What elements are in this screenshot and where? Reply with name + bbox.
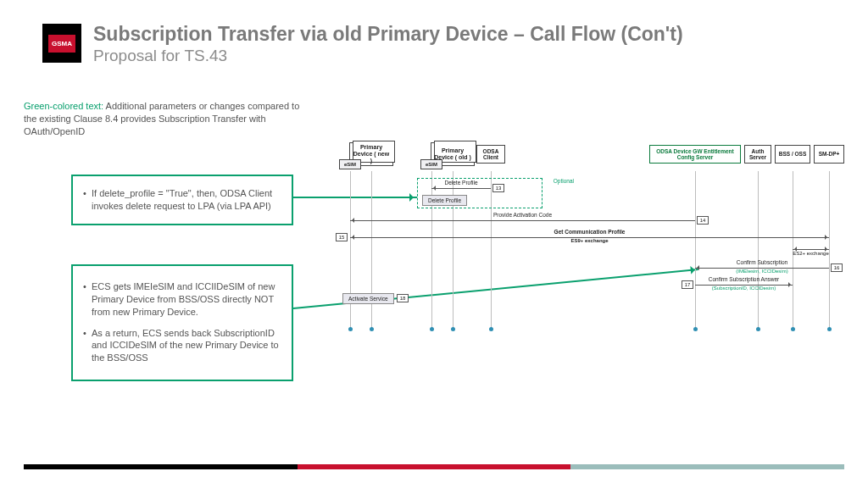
msg-18-num: 18 — [397, 294, 409, 302]
page-title: Subscription Transfer via old Primary De… — [93, 24, 834, 45]
msg-17-sub: (SubscriptionID, ICCIDesim) — [695, 286, 793, 291]
msg-16-label: Confirm Subscription — [695, 259, 829, 265]
page-subtitle: Proposal for TS.43 — [93, 47, 834, 65]
footer-bar-black — [24, 464, 298, 469]
lifeline-new-esim — [350, 171, 351, 329]
optional-label: Optional — [554, 178, 574, 184]
titles: Subscription Transfer via old Primary De… — [93, 24, 834, 65]
msg-es2plus-label: ES2+ exchange — [793, 251, 829, 256]
msg-14: Provide Activation Code — [350, 220, 695, 221]
callout-delete-profile: If delete_profile = "True", then, ODSA C… — [71, 175, 293, 225]
action-activate-service: Activate Service — [342, 293, 394, 304]
msg-13-label: Delete Profile — [431, 180, 491, 186]
lifeline-new-device — [371, 171, 372, 329]
footer-color-bar — [24, 464, 844, 469]
callout2-item-1: As a return, ECS sends back Subscription… — [83, 327, 281, 365]
msg-16-sub: (IMEIesim, ICCIDesim) — [695, 269, 829, 274]
footer-bar-teal — [570, 464, 844, 469]
msg-17-num: 17 — [682, 280, 693, 289]
msg-15-sub: ES9+ exchange — [350, 238, 829, 243]
msg-es2plus: ES2+ exchange — [793, 249, 829, 250]
msg-13: Delete Profile — [431, 188, 491, 189]
callout-ecs-details: ECS gets IMEIeSIM and ICCIIDeSIM of new … — [71, 264, 293, 381]
participant-sm-dp: SM-DP+ — [814, 145, 844, 164]
callout2-item-0: ECS gets IMEIeSIM and ICCIIDeSIM of new … — [83, 280, 281, 319]
msg-15-label: Get Communication Profile — [350, 229, 829, 235]
action-delete-profile: Delete Profile — [422, 195, 467, 206]
gsma-logo: GSMA — [42, 24, 81, 63]
msg-15-num: 15 — [336, 233, 348, 241]
msg-17-label: Confirm Subscription Answer — [695, 276, 793, 282]
esim-new: eSIM — [339, 159, 361, 169]
msg-17: Confirm Subscription Answer (Subscriptio… — [695, 285, 793, 286]
lifeline-auth — [758, 171, 759, 329]
participant-odsa-gw: ODSA Device GW Entitlement Config Server — [649, 145, 741, 164]
legend-note: Green-colored text: Additional parameter… — [24, 100, 312, 138]
msg-13-num: 13 — [492, 184, 504, 192]
legend-prefix: Green-colored text: — [24, 101, 103, 111]
msg-14-num: 14 — [697, 216, 709, 225]
footer-bar-red — [298, 464, 571, 469]
msg-16-num: 16 — [831, 263, 843, 272]
lifeline-odsa-gw — [695, 171, 696, 329]
participant-auth-server: Auth Server — [744, 145, 771, 164]
msg-16: Confirm Subscription (IMEIesim, ICCIDesi… — [695, 268, 829, 269]
msg-14-label: Provide Activation Code — [350, 212, 695, 218]
callout1-item: If delete_profile = "True", then, ODSA C… — [83, 187, 281, 213]
slide-header: GSMA Subscription Transfer via old Prima… — [42, 24, 834, 65]
participant-odsa-client: ODSA Client — [476, 145, 505, 164]
esim-old: eSIM — [420, 159, 442, 169]
gsma-logo-mark: GSMA — [48, 35, 75, 53]
sequence-diagram: Primary Device ( new ) eSIM Primary Devi… — [319, 142, 843, 329]
participant-bss-oss: BSS / OSS — [775, 145, 810, 164]
msg-15: Get Communication Profile ES9+ exchange — [350, 237, 829, 238]
